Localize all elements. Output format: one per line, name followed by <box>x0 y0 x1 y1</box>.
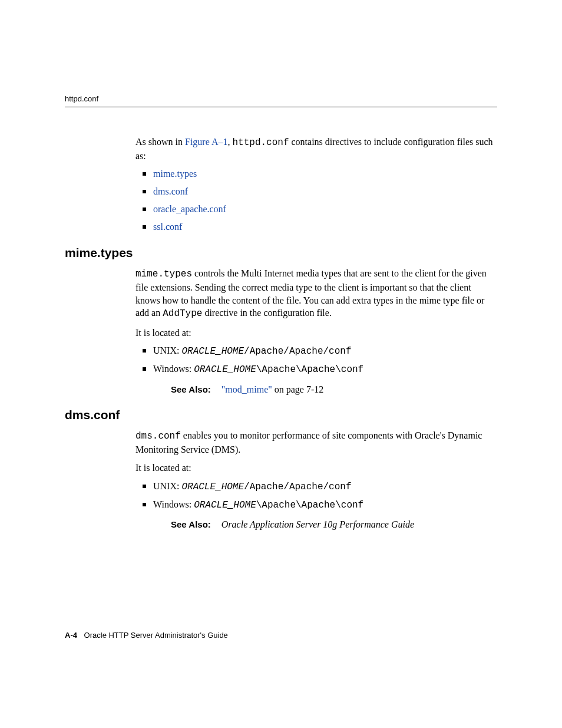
list-item: UNIX: ORACLE_HOME/Apache/Apache/conf <box>135 345 497 358</box>
link-oracle-apache-conf[interactable]: oracle_apache.conf <box>153 204 226 214</box>
dms-mono: dms.conf <box>135 431 181 442</box>
windows-label: Windows: <box>153 499 194 509</box>
intro-link-list: mime.types dms.conf oracle_apache.conf s… <box>135 168 497 233</box>
oracle-home-mono: ORACLE_HOME <box>194 500 256 510</box>
mime-tail: directive in the configuration file. <box>202 308 331 318</box>
mime-mono: mime.types <box>135 269 192 279</box>
mime-location-list: UNIX: ORACLE_HOME/Apache/Apache/conf Win… <box>135 345 497 376</box>
heading-mime-types: mime.types <box>65 246 497 260</box>
dms-body: enables you to monitor performance of si… <box>135 430 482 454</box>
mime-paragraph: mime.types controls the Multi Internet m… <box>135 267 497 320</box>
unix-label: UNIX: <box>153 345 181 355</box>
heading-dms-conf: dms.conf <box>65 408 497 422</box>
intro-mono: httpd.conf <box>232 137 289 148</box>
mime-located: It is located at: <box>135 327 497 340</box>
see-also-tail: on page 7-12 <box>272 384 324 394</box>
oracle-home-mono: ORACLE_HOME <box>181 482 244 492</box>
see-also-label: See Also: <box>171 519 211 529</box>
figure-link[interactable]: Figure A–1 <box>185 137 227 147</box>
list-item: Windows: ORACLE_HOME\Apache\Apache\conf <box>135 499 497 512</box>
oracle-home-mono: ORACLE_HOME <box>181 346 244 357</box>
win-path-mono: \Apache\Apache\conf <box>256 500 363 510</box>
dms-located: It is located at: <box>135 462 497 475</box>
win-path-mono: \Apache\Apache\conf <box>256 364 363 375</box>
list-item: dms.conf <box>135 186 497 198</box>
running-head: httpd.conf <box>65 94 497 107</box>
see-also-mime: See Also: "mod_mime" on page 7-12 <box>171 384 497 395</box>
link-dms-conf[interactable]: dms.conf <box>153 186 188 196</box>
unix-label: UNIX: <box>153 481 181 491</box>
list-item: mime.types <box>135 168 497 180</box>
dms-location-list: UNIX: ORACLE_HOME/Apache/Apache/conf Win… <box>135 480 497 512</box>
see-also-label: See Also: <box>171 384 211 394</box>
footer-title: Oracle HTTP Server Administrator's Guide <box>84 631 228 640</box>
unix-path-mono: /Apache/Apache/conf <box>244 346 351 357</box>
addtype-mono: AddType <box>163 308 202 319</box>
page-number: A-4 <box>65 631 77 640</box>
oracle-home-mono: ORACLE_HOME <box>194 364 256 375</box>
intro-paragraph: As shown in Figure A–1, httpd.conf conta… <box>135 136 497 162</box>
link-mime-types[interactable]: mime.types <box>153 169 197 179</box>
list-item: oracle_apache.conf <box>135 203 497 216</box>
list-item: Windows: ORACLE_HOME\Apache\Apache\conf <box>135 363 497 376</box>
intro-pre: As shown in <box>135 137 185 147</box>
mod-mime-link[interactable]: "mod_mime" <box>222 384 272 394</box>
dms-paragraph: dms.conf enables you to monitor performa… <box>135 429 497 456</box>
link-ssl-conf[interactable]: ssl.conf <box>153 222 182 232</box>
unix-path-mono: /Apache/Apache/conf <box>244 482 351 492</box>
list-item: ssl.conf <box>135 221 497 233</box>
list-item: UNIX: ORACLE_HOME/Apache/Apache/conf <box>135 480 497 493</box>
page-footer: A-4 Oracle HTTP Server Administrator's G… <box>65 631 228 640</box>
see-also-reference: Oracle Application Server 10g Performanc… <box>222 519 414 529</box>
see-also-dms: See Also: Oracle Application Server 10g … <box>171 519 497 530</box>
windows-label: Windows: <box>153 364 194 374</box>
